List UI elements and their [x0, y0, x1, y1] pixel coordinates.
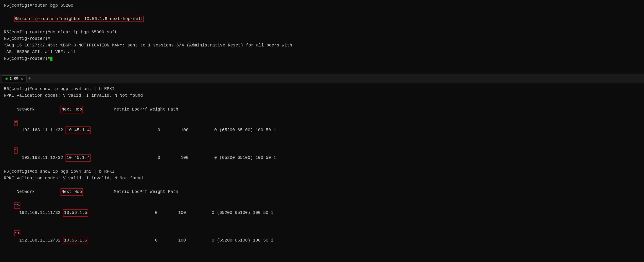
terminal-top-pane: R5(config)#router bgp 65200 R5(config-ro…: [0, 0, 644, 74]
cmd-line-3: R5(config-router)#do clear ip bgp 65300 …: [4, 29, 640, 36]
cmd-line-4: R5(config-router)#: [4, 35, 640, 42]
tab-close-icon[interactable]: ✕: [21, 77, 23, 81]
prefix-marker-s2r1: *>: [14, 203, 20, 209]
cursor-blink: [50, 57, 52, 61]
cmd-line-1: R5(config)#router bgp 65200: [4, 2, 640, 9]
nexthop-s2r2: 10.56.1.5: [63, 237, 88, 244]
next-hop-header-1: Next Hop: [60, 106, 83, 113]
nexthop-s1r1: 10.45.1.4: [66, 126, 90, 134]
section2-header: Network Next Hop Metric LocPrf Weight Pa…: [4, 188, 640, 196]
prefix-s2r1: 192.168.11.11/32: [14, 210, 63, 215]
section2-command: R6(config)#do show ip bgp ipv4 uni | b R…: [4, 168, 640, 175]
cmd-line-2: R5(config-router)#neighbor 10.56.1.6 nex…: [4, 9, 640, 29]
section1-command: R6(config)#do show ip bgp ipv4 uni | b R…: [4, 86, 640, 92]
section1-rpki: RPKI validation codes: V valid, I invali…: [4, 92, 640, 99]
table-row: *> 192.168.11.12/32 10.56.1.5 0 100 0 (6…: [4, 224, 640, 251]
next-hop-header-2: Next Hop: [60, 188, 83, 196]
cmd-line-7: R5(config-router)#: [4, 55, 640, 62]
prefix-marker-s2r2: *>: [14, 230, 20, 236]
notification-continuation: AS: 65300 AFI: all VRF: all: [4, 49, 640, 55]
section2-spacer: [4, 182, 640, 188]
prefix-marker-s1r1: *: [14, 120, 18, 126]
prefix-s2r2: 192.168.11.12/32: [14, 238, 63, 243]
tab-r6[interactable]: 1 R6 ✕: [2, 75, 26, 82]
terminal-bottom-pane: R6(config)#do show ip bgp ipv4 uni | b R…: [0, 83, 644, 253]
tab-bar: 1 R6 ✕ +: [0, 74, 644, 83]
notification-line: *Aug 16 10:27:37.459: %BGP-3-NOTIFICATIO…: [4, 42, 640, 49]
section1-spacer: [4, 99, 640, 106]
section2-rpki: RPKI validation codes: V valid, I invali…: [4, 175, 640, 182]
table-row: * 192.168.11.11/32 10.45.1.4 0 100 0 (65…: [4, 113, 640, 141]
section1-header: Network Next Hop Metric LocPrf Weight Pa…: [4, 106, 640, 113]
tab-active-dot: [6, 78, 8, 80]
nexthop-s2r1: 10.56.1.5: [63, 209, 88, 217]
neighbor-command-highlight: R5(config-router)#neighbor 10.56.1.6 nex…: [14, 16, 144, 22]
tab-add-button[interactable]: +: [26, 76, 33, 81]
table-row: *> 192.168.11.11/32 10.56.1.5 0 100 0 (6…: [4, 196, 640, 224]
table-row: * 192.168.11.12/32 10.45.1.4 0 100 0 (65…: [4, 141, 640, 168]
prefix-marker-s1r2: *: [14, 147, 18, 154]
prefix-s1r1: 192.168.11.11/32: [14, 128, 66, 132]
tab-label: 1 R6: [10, 77, 18, 81]
prefix-s1r2: 192.168.11.12/32: [14, 155, 66, 160]
nexthop-s1r2: 10.45.1.4: [66, 154, 90, 162]
